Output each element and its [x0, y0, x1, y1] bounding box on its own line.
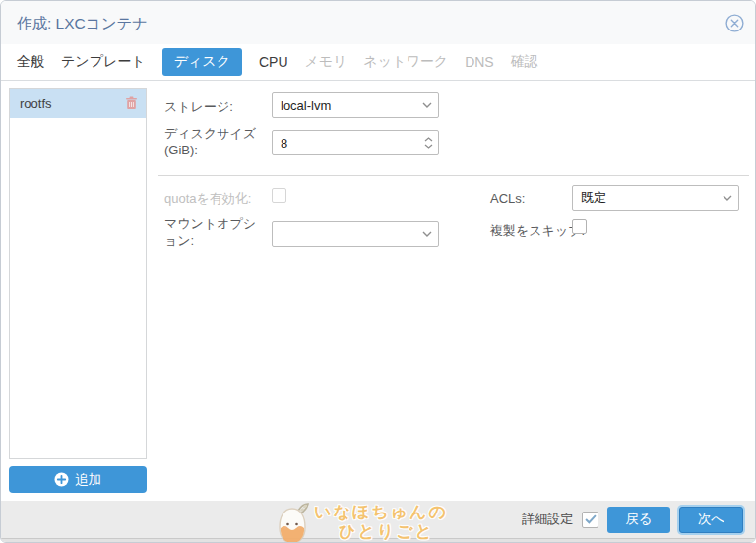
disksize-input[interactable]: [273, 136, 418, 151]
back-button[interactable]: 戻る: [607, 507, 669, 533]
acls-input[interactable]: [573, 191, 717, 206]
storage-label: ストレージ:: [164, 98, 269, 115]
chevron-down-icon[interactable]: [416, 102, 438, 108]
dialog-title: 作成: LXCコンテナ: [17, 14, 148, 34]
quota-checkbox: [272, 188, 286, 203]
close-icon[interactable]: [725, 14, 744, 32]
mount-options-combobox[interactable]: [272, 221, 439, 247]
add-mountpoint-button[interactable]: 追加: [9, 466, 147, 493]
mount-options-input[interactable]: [273, 227, 416, 242]
tab-memory: メモリ: [305, 53, 347, 71]
chevron-down-icon[interactable]: [717, 195, 738, 201]
add-button-label: 追加: [75, 471, 101, 489]
quota-label: quotaを有効化:: [164, 190, 273, 207]
acls-label: ACLs:: [490, 190, 569, 207]
trash-icon[interactable]: [125, 96, 138, 110]
dialog-bottom-edge: [1, 538, 755, 543]
tab-cpu[interactable]: CPU: [259, 54, 288, 70]
mountpoint-label: rootfs: [20, 96, 52, 111]
next-button[interactable]: 次へ: [679, 507, 743, 533]
storage-combobox[interactable]: [272, 92, 439, 118]
plus-circle-icon: [54, 472, 69, 487]
tab-disks[interactable]: ディスク: [162, 48, 242, 76]
mount-options-label: マウントオプション:: [164, 215, 263, 249]
create-lxc-dialog: 作成: LXCコンテナ 全般 テンプレート ディスク CPU メモリ ネットワー…: [0, 0, 756, 543]
skip-replication-checkbox[interactable]: [572, 219, 587, 234]
dialog-titlebar: 作成: LXCコンテナ: [1, 1, 755, 44]
advanced-label: 詳細設定: [522, 511, 573, 528]
list-item-rootfs[interactable]: rootfs: [10, 89, 146, 118]
tab-confirm: 確認: [511, 53, 538, 71]
disksize-spinner[interactable]: [272, 130, 439, 155]
advanced-divider: [158, 175, 749, 176]
storage-input[interactable]: [273, 98, 416, 113]
spinner-arrows-icon[interactable]: [418, 137, 438, 149]
mountpoint-list: rootfs: [9, 88, 147, 459]
footer-toolbar: 詳細設定 戻る 次へ: [1, 501, 755, 538]
chevron-down-icon[interactable]: [416, 231, 438, 237]
advanced-checkbox[interactable]: [582, 512, 598, 528]
tab-general[interactable]: 全般: [17, 53, 44, 71]
tab-bar: 全般 テンプレート ディスク CPU メモリ ネットワーク DNS 確認: [1, 44, 755, 81]
acls-combobox[interactable]: [572, 185, 739, 211]
disksize-label: ディスクサイズ (GiB):: [164, 125, 269, 158]
tab-dns: DNS: [465, 54, 494, 70]
tab-network: ネットワーク: [364, 53, 449, 71]
tab-template[interactable]: テンプレート: [61, 53, 146, 71]
